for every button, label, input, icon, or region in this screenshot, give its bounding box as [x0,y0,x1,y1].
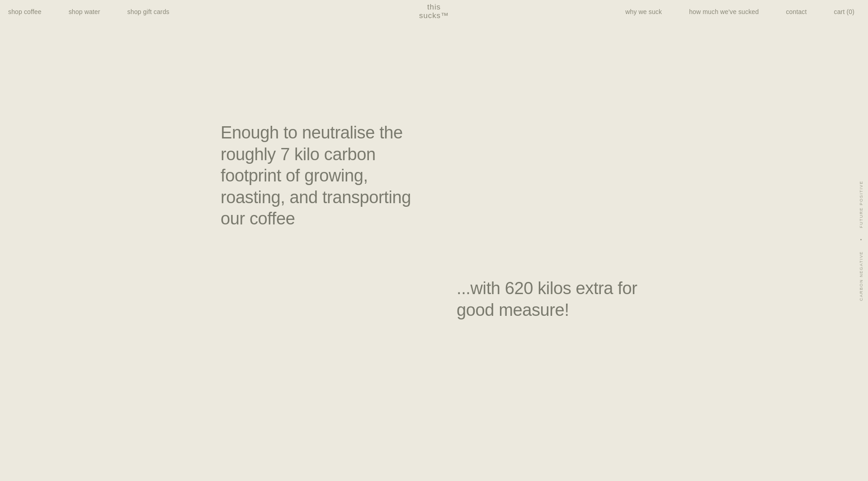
nav-link-shop-gift-cards[interactable]: shop gift cards [114,8,183,15]
side-label-future: FUTURE POSITIVE [859,181,863,228]
logo-line2: sucks™ [419,12,449,20]
primary-text-block: Enough to neutralise the roughly 7 kilo … [221,122,415,230]
nav-left: shop coffeeshop watershop gift cards [0,8,183,15]
primary-text: Enough to neutralise the roughly 7 kilo … [221,122,415,230]
side-label-carbon: CARBON NEGATIVE [859,251,863,300]
nav-center: this sucks™ [419,3,449,20]
nav-right: why we suckhow much we've suckedcontactc… [617,8,868,15]
secondary-text: ...with 620 kilos extra for good measure… [457,278,637,321]
navigation: shop coffeeshop watershop gift cards thi… [0,0,868,24]
secondary-text-block: ...with 620 kilos extra for good measure… [457,278,637,321]
side-dot [861,238,862,240]
nav-link-shop-water[interactable]: shop water [55,8,114,15]
side-label-wrapper: CARBON NEGATIVE FUTURE POSITIVE [854,0,868,481]
nav-link-why-we-suck[interactable]: why we suck [617,8,675,15]
side-label-inner: CARBON NEGATIVE FUTURE POSITIVE [859,181,863,301]
nav-link-contact[interactable]: contact [772,8,820,15]
logo-line1: this [419,3,449,12]
site-logo[interactable]: this sucks™ [419,3,449,20]
nav-link-cart[interactable]: cart (0) [821,8,868,15]
content-area: Enough to neutralise the roughly 7 kilo … [0,24,868,481]
nav-link-shop-coffee[interactable]: shop coffee [0,8,55,15]
nav-link-how-much-weve-sucked[interactable]: how much we've sucked [675,8,772,15]
main-content: Enough to neutralise the roughly 7 kilo … [0,0,868,481]
